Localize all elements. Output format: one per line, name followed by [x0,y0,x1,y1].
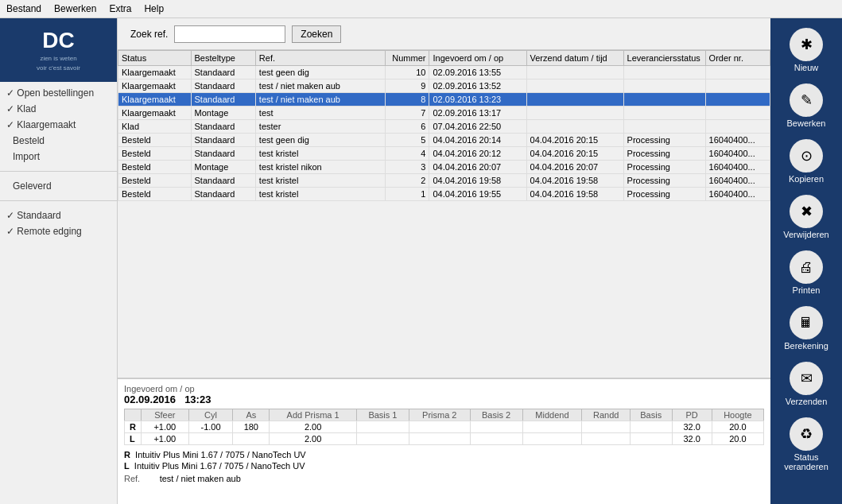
cell-lever: Processing [623,161,705,174]
verwijderen-icon: ✖ [790,195,823,228]
table-row[interactable]: Besteld Standaard test kristel 4 04.04.2… [118,147,770,161]
detail-eye: R [125,421,142,433]
table-row[interactable]: Klaargemaakt Standaard test / niet maken… [118,93,770,107]
cell-nummer: 6 [385,120,429,134]
table-row[interactable]: Besteld Standaard test kristel 1 04.04.2… [118,188,770,201]
detail-basis1 [356,421,409,433]
cell-type: Montage [191,161,255,174]
cell-lever [623,66,705,79]
detail-col-randd: Randd [582,409,631,421]
search-input[interactable] [174,25,285,43]
detail-lens-r: R Intuitiv Plus Mini 1.67 / 7075 / NanoT… [124,450,764,459]
cell-status: Besteld [118,161,192,174]
cell-verzend: 04.04.2016 20:15 [526,134,623,147]
table-row[interactable]: Besteld Standaard test kristel 2 04.04.2… [118,174,770,188]
table-row[interactable]: Klaargemaakt Standaard test / niet maken… [118,79,770,93]
detail-panel: Ingevoerd om / op 02.09.2016 13:23 Sfeer… [118,378,770,504]
logo-tagline2: voir c'est savoir [37,64,80,72]
detail-meta: Ingevoerd om / op 02.09.2016 13:23 [124,384,764,405]
detail-add: 2.00 [270,433,357,445]
cell-status: Besteld [118,147,192,161]
col-header-order: Order nr. [705,51,770,66]
table-scroll[interactable]: Status Besteltype Ref. Nummer Ingevoerd … [118,50,770,378]
toolbar-btn-printen[interactable]: 🖨 Printen [778,247,835,298]
detail-header-row: Sfeer Cyl As Add Prisma 1 Basis 1 Prisma… [125,409,764,421]
menu-extra[interactable]: Extra [103,2,138,16]
cell-nummer: 3 [385,161,429,174]
cell-ingevoerd: 04.04.2016 20:12 [429,147,526,161]
sidebar-item-klaargemaakt[interactable]: Klaargemaakt [0,117,117,133]
toolbar-btn-kopieren[interactable]: ⊙ Kopieren [778,136,835,187]
detail-pd: 32.0 [672,421,712,433]
toolbar-btn-bewerken[interactable]: ✎ Bewerken [778,80,835,131]
detail-col-prisma2: Prisma 2 [409,409,470,421]
detail-cyl: -1.00 [188,421,233,433]
detail-ref-value: test / niet maken aub [160,474,241,483]
detail-add: 2.00 [270,421,357,433]
detail-prisma2 [409,433,470,445]
detail-col-as: As [233,409,270,421]
detail-as [233,433,270,445]
menu-bestand[interactable]: Bestand [0,2,48,16]
cell-verzend [526,66,623,79]
cell-ref: test / niet maken aub [255,93,385,107]
cell-lever [623,93,705,107]
sidebar-item-geleverd[interactable]: Geleverd [0,178,117,194]
search-button[interactable]: Zoeken [292,25,341,43]
cell-order: 16040400... [705,188,770,201]
table-row[interactable]: Klaargemaakt Standaard test geen dig 10 … [118,66,770,79]
cell-ingevoerd: 04.04.2016 19:58 [429,174,526,188]
toolbar-btn-status-veranderen[interactable]: ♻ Status veranderen [778,414,835,475]
detail-basis2 [470,433,522,445]
cell-order [705,66,770,79]
col-header-besteltype: Besteltype [191,51,255,66]
cell-type: Standaard [191,174,255,188]
detail-col-pd: PD [672,409,712,421]
cell-status: Klad [118,120,192,134]
sidebar-item-open-bestellingen[interactable]: Open bestellingen [0,85,117,101]
toolbar-btn-berekening[interactable]: 🖩 Berekening [778,303,835,354]
col-header-leverancier: Leveranciersstatus [623,51,705,66]
cell-lever [623,107,705,120]
printen-icon: 🖨 [790,250,823,284]
table-row[interactable]: Besteld Montage test kristel nikon 3 04.… [118,161,770,174]
toolbar-btn-verzenden[interactable]: ✉ Verzenden [778,359,835,409]
table-area: Status Besteltype Ref. Nummer Ingevoerd … [118,50,770,378]
menu-bewerken[interactable]: Bewerken [48,2,103,16]
sidebar-divider-2 [0,200,117,201]
sidebar-item-besteld[interactable]: Besteld [0,133,117,149]
sidebar-item-import[interactable]: Import [0,149,117,165]
cell-ingevoerd: 02.09.2016 13:23 [429,93,526,107]
detail-lens-body: R +1.00 -1.00 180 2.00 32.0 20.0 L +1.00… [125,421,764,445]
toolbar-btn-verwijderen[interactable]: ✖ Verwijderen [778,192,835,242]
cell-order [705,93,770,107]
cell-type: Montage [191,107,255,120]
table-row[interactable]: Klad Standaard tester 6 07.04.2016 22:50 [118,120,770,134]
detail-col-cyl: Cyl [188,409,233,421]
orders-table: Status Besteltype Ref. Nummer Ingevoerd … [118,50,770,201]
cell-nummer: 7 [385,107,429,120]
toolbar-label-nieuw: Nieuw [794,63,819,72]
detail-eye: L [125,433,142,445]
sidebar-item-remote-edging[interactable]: Remote edging [0,223,117,239]
table-row[interactable]: Besteld Standaard test geen dig 5 04.04.… [118,134,770,147]
cell-ref: test / niet maken aub [255,79,385,93]
detail-lens-l: L Intuitiv Plus Mini 1.67 / 7075 / NanoT… [124,461,764,471]
cell-verzend: 04.04.2016 19:58 [526,174,623,188]
logo-dc: DC [37,28,80,53]
cell-ingevoerd: 04.04.2016 20:14 [429,134,526,147]
cell-order: 16040400... [705,161,770,174]
cell-verzend [526,107,623,120]
cell-nummer: 4 [385,147,429,161]
table-row[interactable]: Klaargemaakt Montage test 7 02.09.2016 1… [118,107,770,120]
search-bar: Zoek ref. Zoeken [118,18,770,50]
menu-help[interactable]: Help [138,2,170,16]
kopieren-icon: ⊙ [790,139,823,173]
toolbar-btn-nieuw[interactable]: ✱ Nieuw [778,25,835,76]
cell-nummer: 8 [385,93,429,107]
detail-sfeer: +1.00 [141,421,188,433]
sidebar-item-standaard[interactable]: Standaard [0,207,117,223]
toolbar-label-bewerken: Bewerken [787,118,826,128]
detail-hoogte: 20.0 [712,433,763,445]
sidebar-item-klad[interactable]: Klad [0,101,117,117]
